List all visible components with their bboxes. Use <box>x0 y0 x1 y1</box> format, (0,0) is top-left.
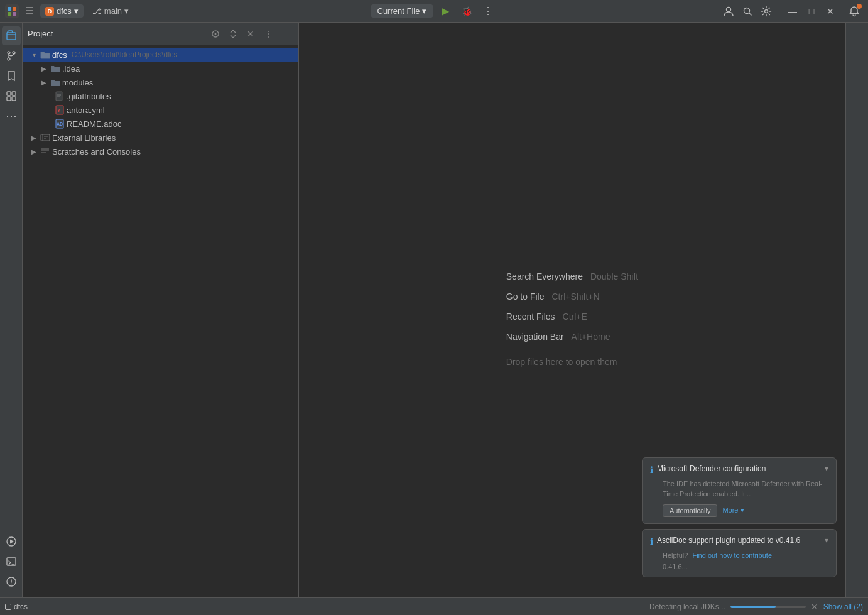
hamburger-menu[interactable]: ☰ <box>23 3 36 19</box>
notif-collapse-asciidoc[interactable]: ▾ <box>825 536 828 545</box>
tree-item-readme[interactable]: AD README.adoc <box>23 117 298 131</box>
project-chevron-icon: ▾ <box>74 6 79 16</box>
tree-item-ext-libs[interactable]: ▶ External Libraries <box>23 131 298 144</box>
notif-info-icon-asciidoc: ℹ <box>650 536 653 547</box>
sidebar-item-terminal[interactable] <box>2 552 21 571</box>
current-file-chevron-icon: ▾ <box>422 6 426 16</box>
debug-button[interactable]: 🐞 <box>458 3 475 20</box>
svg-text:Y: Y <box>57 107 61 113</box>
svg-marker-17 <box>10 540 14 544</box>
tree-item-readme-label: README.adoc <box>67 119 121 129</box>
editor-hints: Search Everywhere Double Shift Go to Fil… <box>506 271 638 367</box>
svg-point-4 <box>727 7 731 11</box>
file-icon-readme: AD <box>55 119 65 129</box>
tree-arrow-scratches[interactable]: ▶ <box>30 147 38 156</box>
more-run-options-button[interactable]: ⋮ <box>479 3 497 20</box>
status-cancel-button[interactable]: ✕ <box>811 602 818 612</box>
tree-item-gitattributes-label: .gitattributes <box>67 92 111 101</box>
tree-item-antora[interactable]: Y antora.yml <box>23 103 298 117</box>
status-project-indicator[interactable]: dfcs <box>5 602 28 611</box>
notif-info-icon-defender: ℹ <box>650 465 653 475</box>
sidebar-item-plugins[interactable] <box>2 87 21 106</box>
close-panel-button[interactable]: ✕ <box>243 26 258 41</box>
sidebar-item-git[interactable] <box>2 46 21 65</box>
svg-rect-27 <box>56 92 62 101</box>
svg-rect-8 <box>7 33 16 40</box>
file-icon-gitattributes <box>55 91 65 101</box>
tree-item-gitattributes[interactable]: .gitattributes <box>23 89 298 103</box>
tree-item-antora-label: antora.yml <box>67 106 105 115</box>
folder-icon-modules <box>50 77 60 87</box>
sidebar-item-run[interactable] <box>2 532 21 551</box>
maximize-button[interactable]: □ <box>803 3 820 20</box>
hint-label-nav: Navigation Bar <box>506 332 564 342</box>
svg-line-6 <box>749 13 752 15</box>
tree-root-name: dfcs <box>52 50 67 60</box>
statusbar: dfcs Detecting local JDKs... ✕ Show all … <box>0 597 868 615</box>
notification-defender: ℹ Microsoft Defender configuration ▾ The… <box>642 457 837 524</box>
app-logo <box>5 4 19 18</box>
tree-item-idea-label: .idea <box>62 64 80 73</box>
locate-in-tree-button[interactable] <box>208 26 223 41</box>
panel-more-options-button[interactable]: ⋮ <box>261 26 276 41</box>
left-sidebar: ⋯ <box>0 23 23 615</box>
status-progress-bar <box>730 606 806 608</box>
tree-item-root[interactable]: ▾ dfcs C:\Users\rohit\IdeaProjects\dfcs <box>23 48 298 62</box>
panel-minimize-button[interactable]: — <box>278 26 293 41</box>
notification-panel: ℹ Microsoft Defender configuration ▾ The… <box>642 457 837 578</box>
run-button[interactable]: ▶ <box>437 3 454 20</box>
notif-more-link[interactable]: More ▾ <box>722 506 744 514</box>
notif-automatically-button[interactable]: Automatically <box>663 504 717 517</box>
project-panel: Project ✕ ⋮ — ▾ <box>23 23 299 615</box>
project-selector[interactable]: D dfcs ▾ <box>40 4 84 18</box>
sidebar-item-bookmarks[interactable] <box>2 67 21 85</box>
sidebar-item-problems[interactable] <box>2 572 21 591</box>
svg-rect-15 <box>12 97 16 101</box>
notif-collapse-defender[interactable]: ▾ <box>825 464 828 473</box>
hint-key-goto: Ctrl+Shift+N <box>551 291 599 302</box>
hint-label-recent: Recent Files <box>506 312 555 322</box>
hint-label-search: Search Everywhere <box>506 271 583 281</box>
hint-recent-files: Recent Files Ctrl+E <box>506 312 587 322</box>
tree-arrow-ext-libs[interactable]: ▶ <box>30 133 38 142</box>
sidebar-item-more[interactable]: ⋯ <box>2 107 21 126</box>
profile-button[interactable] <box>720 3 737 20</box>
tree-arrow-root[interactable]: ▾ <box>30 50 38 59</box>
current-file-selector[interactable]: Current File ▾ <box>371 4 433 18</box>
minimize-button[interactable]: — <box>784 3 801 20</box>
notification-asciidoc: ℹ AsciiDoc support plugin updated to v0.… <box>642 529 837 578</box>
svg-rect-14 <box>7 97 11 101</box>
tree-item-scratches[interactable]: ▶ Scratches and Consoles <box>23 144 298 158</box>
expand-all-button[interactable] <box>225 26 241 41</box>
tree-arrow-idea[interactable]: ▶ <box>40 64 48 73</box>
close-button[interactable]: ✕ <box>822 3 839 20</box>
svg-point-7 <box>765 9 768 13</box>
project-dot: D <box>45 7 54 16</box>
svg-rect-3 <box>13 12 16 16</box>
ext-libs-icon <box>40 133 50 143</box>
tree-arrow-modules[interactable]: ▶ <box>40 78 48 87</box>
settings-button[interactable] <box>757 3 775 20</box>
hint-key-nav: Alt+Home <box>572 332 610 342</box>
hint-go-to-file: Go to File Ctrl+Shift+N <box>506 291 600 302</box>
notif-body-asciidoc: Helpful? Find out how to contribute! <box>663 550 828 561</box>
notif-contribute-link[interactable]: Find out how to contribute! <box>692 552 774 559</box>
tree-item-idea[interactable]: ▶ .idea <box>23 62 298 75</box>
notif-title-asciidoc: AsciiDoc support plugin updated to v0.41… <box>657 536 821 545</box>
svg-rect-18 <box>7 558 16 565</box>
svg-rect-13 <box>12 92 16 95</box>
branch-name: main <box>104 6 122 16</box>
search-everywhere-button[interactable] <box>739 3 756 20</box>
tree-root-path: C:\Users\rohit\IdeaProjects\dfcs <box>72 50 178 59</box>
status-show-all-link[interactable]: Show all (2) <box>823 602 863 611</box>
branch-selector[interactable]: ⎇ main ▾ <box>87 4 134 18</box>
branch-icon: ⎇ <box>92 6 102 16</box>
hint-key-recent: Ctrl+E <box>563 312 587 322</box>
hint-navigation-bar: Navigation Bar Alt+Home <box>506 332 610 342</box>
file-icon-antora: Y <box>55 105 65 115</box>
tree-item-modules[interactable]: ▶ modules <box>23 75 298 89</box>
notification-badge <box>857 4 862 9</box>
sidebar-item-project[interactable] <box>2 26 21 45</box>
svg-point-11 <box>8 58 10 60</box>
hint-label-goto: Go to File <box>506 291 545 302</box>
